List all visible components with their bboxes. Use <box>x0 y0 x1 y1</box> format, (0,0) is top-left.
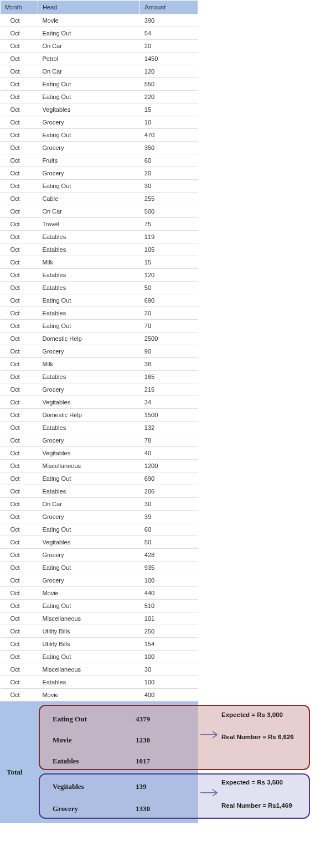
cell-head: On Car <box>38 205 140 218</box>
cell-amount: 120 <box>140 65 198 78</box>
cell-amount: 690 <box>140 472 198 485</box>
cell-head: Miscellaneous <box>38 460 140 472</box>
cell-month: Oct <box>1 231 38 243</box>
summary-row: Movie 1230 <box>53 732 197 748</box>
summary-row: Eating Out 4379 <box>53 711 197 727</box>
arrow-icon <box>199 787 221 798</box>
arrow-icon <box>199 729 221 740</box>
cell-amount: 350 <box>140 142 198 154</box>
cell-head: Grocery <box>38 167 140 180</box>
cell-amount: 132 <box>140 422 198 434</box>
cell-month: Oct <box>1 193 38 205</box>
table-row: OctEatables120 <box>1 269 198 282</box>
table-row: OctMiscellaneous1200 <box>1 460 198 472</box>
cell-head: Milk <box>38 358 140 371</box>
cell-amount: 30 <box>140 663 198 676</box>
cell-head: Movie <box>38 689 140 701</box>
summary-category: Grocery <box>53 804 136 813</box>
cell-month: Oct <box>1 269 38 282</box>
cell-head: Grocery <box>38 574 140 587</box>
cell-month: Oct <box>1 256 38 269</box>
cell-head: Eating Out <box>38 129 140 142</box>
cell-month: Oct <box>1 562 38 574</box>
cell-amount: 15 <box>140 103 198 116</box>
cell-month: Oct <box>1 612 38 625</box>
table-row: OctUtility Bills250 <box>1 625 198 638</box>
cell-amount: 90 <box>140 345 198 358</box>
cell-amount: 100 <box>140 574 198 587</box>
cell-month: Oct <box>1 396 38 409</box>
cell-head: Eating Out <box>38 294 140 307</box>
cell-month: Oct <box>1 103 38 116</box>
cell-head: Eating Out <box>38 562 140 574</box>
cell-month: Oct <box>1 447 38 460</box>
cell-amount: 2500 <box>140 332 198 345</box>
cell-amount: 550 <box>140 78 198 91</box>
cell-head: Eatables <box>38 676 140 689</box>
cell-month: Oct <box>1 663 38 676</box>
cell-amount: 220 <box>140 91 198 103</box>
cell-amount: 20 <box>140 40 198 53</box>
cell-month: Oct <box>1 142 38 154</box>
cell-head: Eating Out <box>38 600 140 612</box>
table-row: OctMilk38 <box>1 358 198 371</box>
table-row: OctGrocery10 <box>1 116 198 129</box>
cell-month: Oct <box>1 485 38 498</box>
cell-head: Vegitables <box>38 103 140 116</box>
cell-month: Oct <box>1 587 38 600</box>
cell-month: Oct <box>1 676 38 689</box>
group1-real-note: Real Number = Rs 6,626 <box>221 734 294 740</box>
table-row: OctEating Out690 <box>1 294 198 307</box>
table-row: OctEating Out470 <box>1 129 198 142</box>
summary-value: 139 <box>136 782 147 791</box>
cell-head: Grocery <box>38 511 140 523</box>
cell-head: Eating Out <box>38 91 140 103</box>
cell-month: Oct <box>1 472 38 485</box>
cell-amount: 10 <box>140 116 198 129</box>
table-row: OctEatables20 <box>1 307 198 320</box>
total-label: Total <box>7 768 22 777</box>
cell-month: Oct <box>1 180 38 193</box>
cell-amount: 40 <box>140 447 198 460</box>
table-row: OctVegitables50 <box>1 536 198 549</box>
table-row: OctVegitables34 <box>1 396 198 409</box>
table-row: OctEatables105 <box>1 243 198 256</box>
cell-month: Oct <box>1 129 38 142</box>
cell-amount: 120 <box>140 269 198 282</box>
table-row: OctGrocery350 <box>1 142 198 154</box>
cell-amount: 39 <box>140 511 198 523</box>
expense-table: Month Head Amount OctMovie390OctEating O… <box>0 0 198 701</box>
cell-month: Oct <box>1 358 38 371</box>
cell-month: Oct <box>1 154 38 167</box>
cell-amount: 50 <box>140 282 198 294</box>
table-row: OctMilk15 <box>1 256 198 269</box>
cell-head: Eatables <box>38 231 140 243</box>
cell-head: Movie <box>38 587 140 600</box>
table-row: OctEating Out510 <box>1 600 198 612</box>
table-row: OctGrocery428 <box>1 549 198 562</box>
cell-month: Oct <box>1 294 38 307</box>
table-row: OctEatables206 <box>1 485 198 498</box>
cell-amount: 510 <box>140 600 198 612</box>
cell-month: Oct <box>1 167 38 180</box>
cell-amount: 60 <box>140 154 198 167</box>
cell-head: Eatables <box>38 307 140 320</box>
cell-month: Oct <box>1 116 38 129</box>
cell-amount: 428 <box>140 549 198 562</box>
cell-head: Utility Bills <box>38 625 140 638</box>
cell-month: Oct <box>1 282 38 294</box>
cell-month: Oct <box>1 205 38 218</box>
cell-head: On Car <box>38 498 140 511</box>
cell-amount: 206 <box>140 485 198 498</box>
cell-month: Oct <box>1 689 38 701</box>
summary-section: Total Eating Out 4379 Movie 1230 Eatable… <box>0 701 315 823</box>
cell-head: Movie <box>38 14 140 27</box>
cell-head: Milk <box>38 256 140 269</box>
cell-head: Domestic Help <box>38 332 140 345</box>
group2-expected-note: Expected = Rs 3,500 <box>221 779 283 786</box>
summary-value: 1017 <box>136 757 150 766</box>
cell-amount: 250 <box>140 625 198 638</box>
cell-month: Oct <box>1 409 38 422</box>
cell-head: Vegitables <box>38 447 140 460</box>
cell-amount: 935 <box>140 562 198 574</box>
